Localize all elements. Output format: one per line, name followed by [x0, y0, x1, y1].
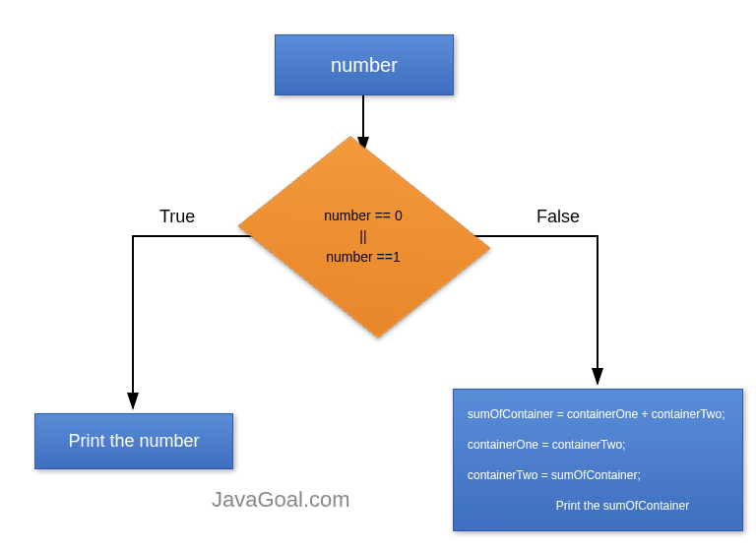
- watermark-text: JavaGoal.com: [212, 487, 350, 513]
- decision-text: number == 0 || number ==1: [265, 157, 462, 315]
- false-line4: Print the sumOfContainer: [468, 499, 728, 513]
- false-line1: sumOfContainer = containerOne + containe…: [468, 407, 728, 421]
- true-branch-text: Print the number: [68, 431, 199, 452]
- false-line3: containerTwo = sumOfContainer;: [468, 468, 728, 482]
- edge-label-false: False: [536, 207, 580, 227]
- true-branch-node: Print the number: [34, 413, 233, 469]
- start-node: number: [275, 34, 454, 95]
- decision-line3: number ==1: [326, 247, 401, 268]
- false-branch-node: sumOfContainer = containerOne + containe…: [453, 389, 743, 531]
- start-label: number: [331, 54, 398, 77]
- decision-line2: ||: [359, 226, 366, 247]
- false-line2: containerOne = containerTwo;: [468, 438, 728, 452]
- decision-node: number == 0 || number ==1: [265, 157, 462, 315]
- decision-line1: number == 0: [324, 206, 402, 226]
- edge-label-true: True: [159, 207, 195, 227]
